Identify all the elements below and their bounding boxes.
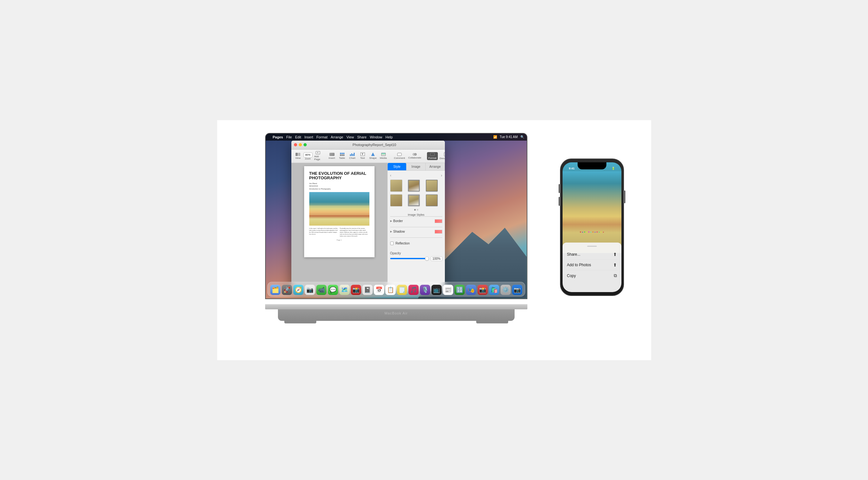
style-prev-icon[interactable]: ‹	[390, 173, 392, 178]
menubar-format[interactable]: Format	[316, 135, 328, 139]
reflection-checkbox[interactable]	[390, 242, 394, 245]
menubar-insert[interactable]: Insert	[305, 135, 313, 139]
table-button[interactable]: Table	[337, 152, 347, 160]
right-panel: Style Image Arrange ‹ ›	[387, 163, 445, 291]
reflection-section: Reflection	[390, 237, 442, 249]
dock-numbers-icon[interactable]: 🔢	[455, 285, 465, 295]
dock-launchpad-icon[interactable]: 🚀	[282, 285, 292, 295]
dock-photobooth-icon[interactable]: 📸	[351, 285, 361, 295]
chart-button[interactable]: Chart	[348, 152, 357, 160]
menubar-view[interactable]: View	[346, 135, 354, 139]
insert-button[interactable]: Insert	[327, 152, 337, 160]
dock-tv-icon[interactable]: 📺	[431, 285, 442, 295]
media-button[interactable]: Media	[379, 152, 388, 160]
collaborate-button[interactable]: Collaborate	[407, 152, 423, 160]
dock-photos2-icon[interactable]: 📸	[477, 285, 488, 295]
minimize-button[interactable]	[299, 143, 302, 146]
dock-photos-icon[interactable]: 📷	[305, 285, 315, 295]
sheet-item-add-photos[interactable]: Add to Photos ⬆	[566, 260, 618, 270]
opacity-value[interactable]: 100%	[431, 256, 442, 261]
page-image[interactable]	[309, 192, 369, 226]
tab-image[interactable]: Image	[406, 163, 426, 170]
toolbar-group-left: View Zoom + Add Page	[293, 150, 323, 161]
comment-button[interactable]: Comment	[393, 152, 406, 160]
dock-notes-icon[interactable]: 🗒️	[397, 285, 407, 295]
body-text-left: In this report, I will explore the techn…	[309, 228, 339, 235]
macbook-label: MacBook Air	[384, 311, 408, 315]
shadow-section: ▶ Shadow	[390, 227, 442, 237]
wifi-icon: 📶	[493, 135, 497, 139]
dock-appstore-icon[interactable]: 🛍️	[489, 285, 499, 295]
iphone-volume-up[interactable]	[559, 184, 560, 193]
style-nav: ‹ ›	[390, 173, 442, 178]
iphone-volume-down[interactable]	[559, 197, 560, 206]
sheet-item-share[interactable]: Share... ⬆	[566, 249, 618, 260]
opacity-slider-row: 100%	[390, 256, 442, 261]
menubar-time: Tue 9:41 AM	[500, 135, 518, 139]
menubar-window[interactable]: Window	[370, 135, 382, 139]
menubar-arrange[interactable]: Arrange	[331, 135, 343, 139]
search-icon[interactable]: 🔍	[520, 135, 524, 139]
menubar-file[interactable]: File	[286, 135, 292, 139]
toolbar: View Zoom + Add Page	[291, 149, 445, 163]
menubar-app-name[interactable]: Pages	[273, 135, 283, 139]
maximize-button[interactable]	[304, 143, 307, 146]
format-button[interactable]: Format	[427, 152, 437, 160]
shape-button[interactable]: Shape	[368, 152, 378, 160]
border-color[interactable]	[435, 219, 442, 223]
style-dot-2	[417, 209, 418, 211]
style-thumb-1[interactable]	[390, 180, 402, 192]
dock-facetime-icon[interactable]: 📹	[316, 285, 327, 295]
shadow-label: Shadow	[393, 230, 405, 233]
iphone-sheet: Share... ⬆ Add to Photos ⬆ Copy ⧉	[563, 243, 621, 292]
insert-label: Insert	[329, 157, 335, 160]
close-button[interactable]	[294, 143, 297, 146]
document-button[interactable]: Document	[438, 152, 445, 161]
dock-keynote-icon[interactable]: 🎭	[466, 285, 476, 295]
border-expand-icon[interactable]: ▶	[390, 219, 392, 222]
dock-finder-icon[interactable]: 🗂️	[270, 285, 280, 295]
iphone-power[interactable]	[624, 191, 625, 203]
reflection-row: Reflection	[390, 240, 442, 246]
dock-maps-icon[interactable]: 🗺️	[339, 285, 349, 295]
style-next-icon[interactable]: ›	[441, 173, 442, 178]
menubar-share[interactable]: Share	[357, 135, 367, 139]
dock-music-icon[interactable]: 🎵	[408, 285, 418, 295]
sheet-item-copy[interactable]: Copy ⧉	[566, 270, 618, 281]
text-button[interactable]: T Text	[358, 152, 368, 160]
dock-contacts-icon[interactable]: 📓	[362, 285, 373, 295]
style-thumb-4[interactable]	[390, 194, 402, 206]
shadow-expand-icon[interactable]: ▶	[390, 230, 392, 233]
dock-prefs-icon[interactable]: ⚙️	[500, 285, 511, 295]
tab-arrange[interactable]: Arrange	[426, 163, 445, 170]
add-page-button[interactable]: + Add Page	[313, 150, 323, 161]
media-label: Media	[380, 157, 387, 160]
slider-thumb[interactable]	[425, 256, 429, 261]
view-button[interactable]: View	[293, 152, 303, 160]
dock-calendar-icon[interactable]: 📅	[374, 285, 384, 295]
window-titlebar: PhotographyReport_Sept10	[291, 141, 445, 149]
dock-messages-icon[interactable]: 💬	[328, 285, 338, 295]
opacity-slider[interactable]	[390, 258, 429, 259]
style-thumb-3[interactable]	[426, 180, 438, 192]
dock-news-icon[interactable]: 📰	[443, 285, 453, 295]
macbook: Pages File Edit Insert Format Arrange Vi…	[259, 133, 534, 338]
menubar-right: 📶 Tue 9:41 AM 🔍	[493, 135, 524, 139]
image-styles-grid-row2	[390, 194, 442, 206]
panel-tabs: Style Image Arrange	[388, 163, 445, 171]
dock-podcasts-icon[interactable]: 🎙️	[420, 285, 430, 295]
dock-safari-icon[interactable]: 🧭	[293, 285, 304, 295]
style-thumb-6[interactable]	[426, 194, 438, 206]
zoom-input[interactable]	[304, 152, 312, 158]
style-thumb-5[interactable]	[408, 194, 420, 206]
dock-camera-icon[interactable]: 📷	[512, 285, 522, 295]
dock-reminders-icon[interactable]: 📋	[385, 285, 396, 295]
tab-style[interactable]: Style	[388, 163, 407, 170]
menubar-help[interactable]: Help	[385, 135, 393, 139]
iphone-content: Share... ⬆ Add to Photos ⬆ Copy ⧉	[563, 162, 621, 292]
macbook-wallpaper: Pages File Edit Insert Format Arrange Vi…	[266, 134, 527, 299]
page-number: Page 1	[309, 239, 369, 241]
shadow-color[interactable]	[435, 230, 442, 234]
style-thumb-2[interactable]	[408, 180, 420, 192]
menubar-edit[interactable]: Edit	[295, 135, 301, 139]
